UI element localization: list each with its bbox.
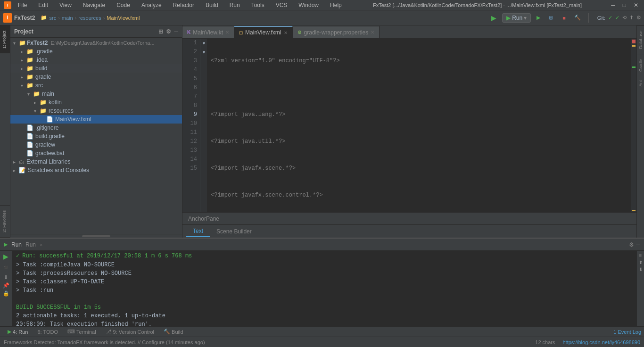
right-tab-database[interactable]: Database: [637, 25, 644, 54]
menu-refactor[interactable]: Refactor: [169, 1, 198, 9]
tab-text[interactable]: Text: [186, 226, 210, 237]
run-tab-close[interactable]: ×: [40, 242, 42, 248]
tab-close-kt[interactable]: ✕: [225, 30, 229, 35]
ext-libs-icon: 🗂: [19, 158, 25, 165]
close-button[interactable]: ✕: [632, 2, 640, 8]
bottom-minimize-icon[interactable]: ─: [636, 241, 640, 248]
tab-mainview-kt[interactable]: K MainView.kt ✕: [182, 26, 234, 38]
menu-help[interactable]: Help: [326, 1, 346, 9]
editor-main: K MainView.kt ✕ ⊡ MainView.fxml ✕ ⚙ grad…: [182, 25, 636, 238]
line-num-4: 4: [182, 66, 197, 74]
maximize-button[interactable]: □: [621, 2, 628, 8]
tab-close-wrapper[interactable]: ✕: [371, 30, 374, 35]
tab-close-fxml[interactable]: ✕: [284, 30, 288, 35]
event-log-button[interactable]: 1 Event Log: [613, 329, 641, 335]
menu-edit[interactable]: Edit: [34, 1, 52, 9]
folder-icon-build: 📁: [26, 65, 33, 72]
build-run-button[interactable]: ▶: [488, 12, 499, 24]
menu-code[interactable]: Code: [113, 1, 134, 9]
right-tab-gradle[interactable]: Gradle: [637, 54, 644, 76]
restart-button[interactable]: ▶: [3, 253, 8, 260]
run-with-coverage-button[interactable]: ⛨: [546, 12, 557, 24]
bottom-right-btn-1[interactable]: ≡: [639, 253, 642, 258]
tree-item-external-libs[interactable]: ▸ 🗂 External Libraries: [10, 157, 182, 166]
code-line-4: <?import java.util.*?>: [211, 137, 627, 146]
tree-item-root[interactable]: ▾ 📁 FxTest2 E:\MyDesign\Java&Kotlin\Kotl…: [10, 39, 182, 47]
scroll-lock-button[interactable]: 🔒: [3, 290, 9, 297]
toolwindow-run[interactable]: ▶ 4: Run: [3, 328, 33, 336]
menu-vcs[interactable]: VCS: [272, 1, 291, 9]
menu-tools[interactable]: Tools: [248, 1, 268, 9]
tree-item-src[interactable]: ▾ 📁 src: [10, 81, 182, 90]
menu-run[interactable]: Run: [226, 1, 244, 9]
tree-item-main[interactable]: ▾ 📁 main: [10, 90, 182, 98]
tree-label-idea: .idea: [35, 57, 48, 63]
line-num-12: 12: [182, 137, 197, 146]
menu-file[interactable]: File: [14, 1, 31, 9]
tree-item-build[interactable]: ▸ 📁 build: [10, 64, 182, 73]
line-num-8: 8: [182, 101, 197, 110]
scroll-end-button[interactable]: ⬇: [4, 274, 8, 281]
tree-label-gradle2: gradle: [35, 74, 51, 80]
stop-run-button[interactable]: ◾: [2, 264, 9, 271]
menu-view[interactable]: View: [56, 1, 75, 9]
tab-favorites[interactable]: 2: Favorites: [0, 205, 10, 238]
toolwindow-todo[interactable]: 6: TODO: [33, 328, 63, 336]
status-notification[interactable]: Frameworks Detected: TornadoFX framework…: [4, 339, 535, 345]
tree-item-kotlin[interactable]: ▸ 📁 kotlin: [10, 98, 182, 107]
tree-item-build-gradle[interactable]: ▸ 📄 build.gradle: [10, 132, 182, 140]
code-content[interactable]: <?xml version="1.0" encoding="UTF-8"?> <…: [207, 39, 631, 212]
folder-icon: 📁: [19, 40, 26, 46]
breadcrumb-resources[interactable]: resources: [78, 15, 101, 21]
tree-label-gradlew: gradlew: [35, 141, 55, 148]
toolwindow-vcs[interactable]: ⎇ 9: Version Control: [101, 328, 159, 336]
bottom-tab-run[interactable]: Run: [9, 240, 24, 250]
project-settings-icon[interactable]: ⚙: [166, 28, 171, 35]
scratches-icon: 📝: [19, 167, 26, 174]
menu-analyze[interactable]: Analyze: [138, 1, 165, 9]
bottom-settings-icon[interactable]: ⚙: [629, 241, 634, 248]
minimize-button[interactable]: ─: [609, 2, 617, 8]
project-collapse-icon[interactable]: ⊞: [158, 28, 163, 35]
status-url[interactable]: https://blog.csdn.net/ly464698690: [562, 339, 640, 345]
menu-build[interactable]: Build: [202, 1, 222, 9]
tree-item-scratches[interactable]: ▸ 📝 Scratches and Consoles: [10, 166, 182, 174]
tree-item-resources[interactable]: ▾ 📁 resources: [10, 107, 182, 115]
tree-item-gradlew[interactable]: ▸ 📄 gradlew: [10, 140, 182, 149]
toolwindow-terminal[interactable]: ⌨ Terminal: [63, 328, 101, 336]
stop-button[interactable]: ■: [560, 12, 569, 24]
vcs-icon: ⎇: [106, 329, 112, 335]
run-tab-name: Run: [25, 241, 36, 248]
project-minimize-icon[interactable]: ─: [174, 28, 178, 35]
bottom-right-btn-2[interactable]: ⬆: [639, 260, 643, 265]
output-line-1: > Task :compileJava NO-SOURCE: [16, 261, 633, 269]
debug-button[interactable]: ▶: [534, 12, 543, 24]
line-num-7: 7: [182, 92, 197, 101]
menu-navigate[interactable]: Navigate: [79, 1, 109, 9]
toolwindow-build[interactable]: 🔨 Build: [159, 328, 188, 336]
pin-tab-button[interactable]: 📌: [3, 282, 9, 289]
tree-item-gradle[interactable]: ▸ 📁 gradle: [10, 73, 182, 81]
project-scrollbar[interactable]: [10, 234, 182, 238]
tab-gradle-wrapper[interactable]: ⚙ gradle-wrapper.properties ✕: [293, 26, 380, 38]
tab-project[interactable]: 1: Project: [0, 25, 10, 53]
preview-label-text: AnchorPane: [188, 215, 219, 222]
breadcrumb-src[interactable]: src: [49, 15, 56, 21]
project-header-actions: ⊞ ⚙ ─: [158, 28, 178, 35]
breadcrumb-main[interactable]: main: [62, 15, 73, 21]
run-config-dropdown[interactable]: ▶ Run ▾: [502, 13, 531, 23]
breadcrumb-mainview[interactable]: MainView.fxml: [107, 15, 140, 21]
tree-item-gradle-folder[interactable]: ▸ 📁 .gradle: [10, 47, 182, 56]
right-tab-ant[interactable]: Ant: [637, 76, 644, 91]
tree-item-idea[interactable]: ▸ 📁 .idea: [10, 56, 182, 64]
tree-item-gradlew-bat[interactable]: ▸ 📄 gradlew.bat: [10, 149, 182, 157]
tree-item-gitignore[interactable]: ▸ 📄 .gitignore: [10, 124, 182, 132]
breadcrumb-item-1[interactable]: 📁: [41, 15, 47, 21]
tree-item-mainview-fxml[interactable]: ▸ 📄 MainView.fxml: [10, 115, 182, 124]
build-project-button[interactable]: 🔨: [571, 12, 584, 24]
tab-mainview-fxml[interactable]: ⊡ MainView.fxml ✕: [234, 26, 292, 38]
menu-window[interactable]: Window: [295, 1, 322, 9]
tab-scene-builder[interactable]: Scene Builder: [210, 226, 258, 237]
right-panel-tabs: Database Gradle Ant: [636, 25, 644, 238]
bottom-right-btn-3[interactable]: ⬇: [639, 267, 643, 272]
